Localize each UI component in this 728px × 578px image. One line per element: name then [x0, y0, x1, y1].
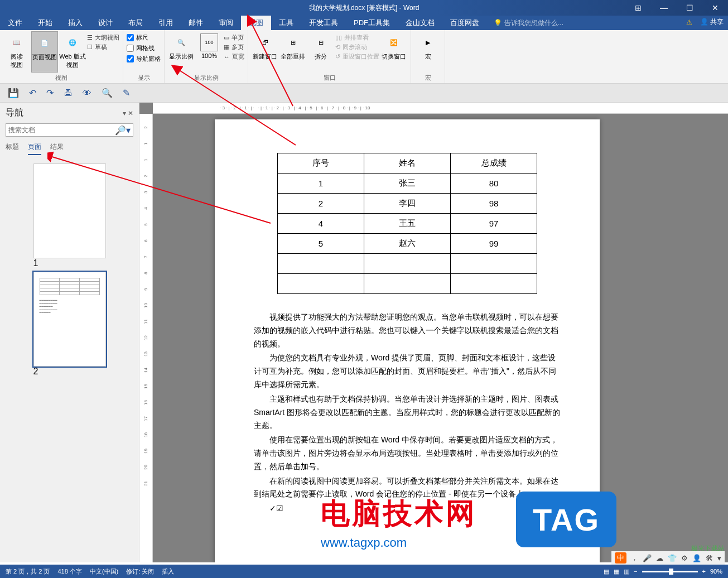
th-0[interactable]: 序号 [278, 153, 364, 174]
tab-references[interactable]: 引用 [151, 16, 181, 30]
qat-btn-7[interactable]: ✎ [123, 88, 130, 98]
tab-jinshan[interactable]: 金山文档 [398, 16, 442, 30]
cell[interactable]: 98 [451, 194, 537, 214]
th-1[interactable]: 姓名 [364, 153, 451, 174]
track-changes-status[interactable]: 修订: 关闭 [126, 567, 154, 576]
gridlines-checkbox[interactable]: 网格线 [127, 44, 161, 52]
ribbon-options-icon[interactable]: ⊞ [625, 0, 651, 16]
cell[interactable]: 张三 [364, 174, 451, 194]
cell[interactable]: 2 [278, 194, 364, 214]
horizontal-ruler[interactable]: · 3 · | · 2 · | · 1 · | · · | · 1 · | · … [153, 103, 728, 114]
insert-mode-status[interactable]: 插入 [162, 567, 174, 576]
tab-file[interactable]: 文件 [0, 16, 30, 30]
tray-icon[interactable]: ☁ [656, 554, 663, 562]
tray-icon[interactable]: ， [631, 553, 638, 563]
zoom-out-button[interactable]: − [634, 568, 637, 575]
cell[interactable]: 李四 [364, 194, 451, 214]
search-icon[interactable]: 🔎▾ [115, 125, 131, 136]
page-thumbnail-2[interactable]: ▬▬▬▬▬▬▬▬▬▬▬▬▬▬▬▬▬▬▬▬▬▬▬▬▬▬▬▬▬▬▬▬▬▬▬ [33, 272, 106, 367]
view-web-icon[interactable]: ▥ [624, 568, 629, 575]
draft-button[interactable]: ☐草稿 [87, 43, 119, 51]
tray-icon[interactable]: 🎤 [643, 554, 652, 562]
language-status[interactable]: 中文(中国) [90, 567, 118, 576]
tray-icon[interactable]: ▾ [717, 554, 721, 562]
warning-icon[interactable]: ⚠ [686, 18, 692, 26]
view-read-icon[interactable]: ▤ [604, 568, 609, 575]
view-print-icon[interactable]: ▦ [614, 568, 619, 575]
cell[interactable] [364, 274, 451, 294]
cell[interactable]: 赵六 [364, 234, 451, 254]
multi-page-button[interactable]: ▦多页 [224, 43, 244, 51]
share-button[interactable]: 👤 共享 [700, 17, 724, 27]
tab-home[interactable]: 开始 [30, 16, 60, 30]
cell[interactable]: 4 [278, 214, 364, 234]
qat-btn-4[interactable]: 🖶 [64, 88, 73, 98]
cell[interactable]: 99 [451, 234, 537, 254]
redo-button[interactable]: ↷ [46, 88, 54, 98]
tab-layout[interactable]: 布局 [120, 16, 151, 30]
page-thumbnail-1[interactable] [33, 163, 106, 258]
switch-windows-button[interactable]: 🔀切换窗口 [380, 31, 407, 73]
read-mode-button[interactable]: 📖阅读 视图 [3, 31, 30, 73]
nav-tab-pages[interactable]: 页面 [28, 142, 41, 155]
ime-indicator[interactable]: 中 [615, 552, 626, 563]
tell-me[interactable]: 💡告诉我您想做什么... [494, 16, 563, 30]
zoom-in-button[interactable]: + [702, 568, 706, 575]
new-window-button[interactable]: 🗗新建窗口 [252, 31, 278, 73]
tray-icon[interactable]: 👤 [692, 554, 701, 562]
cell[interactable] [278, 254, 364, 274]
tab-insert[interactable]: 插入 [60, 16, 90, 30]
data-table[interactable]: 序号姓名总成绩 1张三80 2李四98 4王五97 5赵六99 [277, 153, 537, 294]
cell[interactable] [451, 254, 537, 274]
zoom-level[interactable]: 90% [710, 568, 722, 575]
close-button[interactable]: ✕ [702, 0, 728, 16]
document-body-text[interactable]: 视频提供了功能强大的方法帮助您证明您的观点。当您单击联机视频时，可以在想要添加的… [254, 311, 561, 516]
tab-mailings[interactable]: 邮件 [181, 16, 211, 30]
page-number-status[interactable]: 第 2 页，共 2 页 [6, 567, 50, 576]
tab-tools[interactable]: 工具 [271, 16, 301, 30]
arrange-all-button[interactable]: ⊞全部重排 [279, 31, 306, 73]
macros-button[interactable]: ▶宏 [414, 31, 441, 73]
outline-button[interactable]: ☰大纲视图 [87, 33, 119, 42]
tab-review[interactable]: 审阅 [211, 16, 241, 30]
cell[interactable]: 5 [278, 234, 364, 254]
cell[interactable] [278, 274, 364, 294]
page-width-button[interactable]: ↔页宽 [224, 52, 244, 61]
nav-tab-results[interactable]: 结果 [50, 142, 64, 155]
print-layout-button[interactable]: 📄页面视图 [31, 31, 58, 73]
view-side-by-side-button[interactable]: ▯▯并排查看 [335, 33, 379, 42]
undo-button[interactable]: ↶ [29, 88, 36, 98]
ruler-checkbox[interactable]: 标尺 [127, 33, 161, 42]
tab-baidu[interactable]: 百度网盘 [442, 16, 487, 30]
tab-design[interactable]: 设计 [90, 16, 120, 30]
save-button[interactable]: 💾 [8, 88, 19, 98]
vertical-ruler[interactable]: 21123456789101112131415161718192021 [139, 114, 153, 562]
one-page-button[interactable]: ▭单页 [224, 33, 244, 42]
zoom-100-button[interactable]: 100100% [196, 31, 223, 73]
th-2[interactable]: 总成绩 [451, 153, 537, 174]
cell[interactable]: 1 [278, 174, 364, 194]
tab-pdf[interactable]: PDF工具集 [346, 16, 398, 30]
tray-icon[interactable]: 🛠 [706, 554, 713, 562]
tab-view[interactable]: 视图 [241, 16, 271, 30]
nav-search-input[interactable] [8, 126, 115, 134]
nav-close-button[interactable]: ✕ [128, 109, 133, 117]
cell[interactable] [364, 254, 451, 274]
document-area[interactable]: · 3 · | · 2 · | · 1 · | · · | · 1 · | · … [139, 103, 728, 562]
nav-search-box[interactable]: 🔎▾ [6, 123, 133, 137]
cell[interactable] [451, 274, 537, 294]
cell[interactable]: 王五 [364, 214, 451, 234]
split-button[interactable]: ⊟拆分 [307, 31, 334, 73]
nav-tab-headings[interactable]: 标题 [6, 142, 19, 155]
nav-dropdown-icon[interactable]: ▾ [123, 109, 126, 117]
word-count-status[interactable]: 418 个字 [57, 567, 81, 576]
qat-btn-6[interactable]: 🔍 [102, 88, 113, 98]
cell[interactable]: 80 [451, 174, 537, 194]
web-layout-button[interactable]: 🌐Web 版式视图 [59, 31, 86, 73]
qat-btn-5[interactable]: 👁 [83, 88, 91, 98]
maximize-button[interactable]: ☐ [677, 0, 702, 16]
zoom-slider[interactable] [642, 571, 698, 572]
tray-icon[interactable]: 👕 [668, 554, 677, 562]
navigation-pane-checkbox[interactable]: 导航窗格 [127, 55, 161, 63]
cell[interactable]: 97 [451, 214, 537, 234]
